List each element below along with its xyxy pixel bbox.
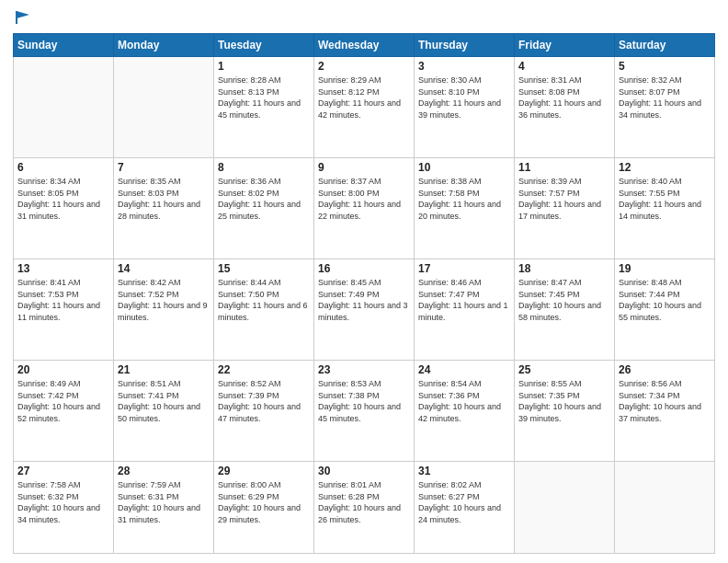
day-info: Sunrise: 8:45 AM Sunset: 7:49 PM Dayligh… — [318, 277, 410, 323]
table-row: 4Sunrise: 8:31 AM Sunset: 8:08 PM Daylig… — [515, 57, 615, 158]
day-info: Sunrise: 8:53 AM Sunset: 7:38 PM Dayligh… — [318, 378, 410, 424]
day-info: Sunrise: 8:32 AM Sunset: 8:07 PM Dayligh… — [619, 75, 711, 121]
day-info: Sunrise: 8:28 AM Sunset: 8:13 PM Dayligh… — [218, 75, 310, 121]
day-number: 12 — [619, 161, 711, 174]
day-info: Sunrise: 8:44 AM Sunset: 7:50 PM Dayligh… — [218, 277, 310, 323]
day-info: Sunrise: 8:34 AM Sunset: 8:05 PM Dayligh… — [17, 176, 109, 222]
col-thursday: Thursday — [415, 34, 515, 57]
calendar-week-row: 1Sunrise: 8:28 AM Sunset: 8:13 PM Daylig… — [14, 57, 715, 158]
day-info: Sunrise: 8:46 AM Sunset: 7:47 PM Dayligh… — [418, 277, 510, 323]
table-row: 17Sunrise: 8:46 AM Sunset: 7:47 PM Dayli… — [415, 259, 515, 361]
table-row: 7Sunrise: 8:35 AM Sunset: 8:03 PM Daylig… — [114, 158, 214, 259]
page: Sunday Monday Tuesday Wednesday Thursday… — [0, 0, 728, 563]
col-friday: Friday — [515, 34, 615, 57]
table-row — [615, 462, 715, 554]
day-info: Sunrise: 8:39 AM Sunset: 7:57 PM Dayligh… — [518, 176, 610, 222]
calendar-week-row: 13Sunrise: 8:41 AM Sunset: 7:53 PM Dayli… — [14, 259, 715, 361]
table-row: 29Sunrise: 8:00 AM Sunset: 6:29 PM Dayli… — [214, 462, 314, 554]
table-row: 30Sunrise: 8:01 AM Sunset: 6:28 PM Dayli… — [314, 462, 415, 554]
day-info: Sunrise: 8:49 AM Sunset: 7:42 PM Dayligh… — [17, 378, 109, 424]
day-info: Sunrise: 8:02 AM Sunset: 6:27 PM Dayligh… — [418, 479, 510, 525]
day-number: 19 — [619, 262, 711, 275]
day-info: Sunrise: 7:58 AM Sunset: 6:32 PM Dayligh… — [17, 479, 109, 525]
day-number: 25 — [518, 363, 610, 376]
table-row — [515, 462, 615, 554]
day-info: Sunrise: 8:51 AM Sunset: 7:41 PM Dayligh… — [118, 378, 210, 424]
day-number: 16 — [318, 262, 410, 275]
table-row: 19Sunrise: 8:48 AM Sunset: 7:44 PM Dayli… — [615, 259, 715, 361]
day-number: 1 — [218, 60, 310, 73]
day-info: Sunrise: 8:00 AM Sunset: 6:29 PM Dayligh… — [218, 479, 310, 525]
day-number: 11 — [518, 161, 610, 174]
day-number: 13 — [17, 262, 109, 275]
table-row: 1Sunrise: 8:28 AM Sunset: 8:13 PM Daylig… — [214, 57, 314, 158]
table-row: 14Sunrise: 8:42 AM Sunset: 7:52 PM Dayli… — [114, 259, 214, 361]
day-number: 23 — [318, 363, 410, 376]
table-row: 15Sunrise: 8:44 AM Sunset: 7:50 PM Dayli… — [214, 259, 314, 361]
table-row: 26Sunrise: 8:56 AM Sunset: 7:34 PM Dayli… — [615, 361, 715, 462]
table-row: 24Sunrise: 8:54 AM Sunset: 7:36 PM Dayli… — [415, 361, 515, 462]
day-info: Sunrise: 8:30 AM Sunset: 8:10 PM Dayligh… — [418, 75, 510, 121]
day-info: Sunrise: 8:41 AM Sunset: 7:53 PM Dayligh… — [17, 277, 109, 323]
day-number: 2 — [318, 60, 410, 73]
day-info: Sunrise: 8:55 AM Sunset: 7:35 PM Dayligh… — [518, 378, 610, 424]
svg-rect-1 — [16, 11, 17, 24]
day-info: Sunrise: 8:54 AM Sunset: 7:36 PM Dayligh… — [418, 378, 510, 424]
col-saturday: Saturday — [615, 34, 715, 57]
day-number: 15 — [218, 262, 310, 275]
table-row: 31Sunrise: 8:02 AM Sunset: 6:27 PM Dayli… — [415, 462, 515, 554]
table-row: 25Sunrise: 8:55 AM Sunset: 7:35 PM Dayli… — [515, 361, 615, 462]
day-number: 28 — [118, 465, 210, 477]
day-number: 31 — [418, 465, 510, 477]
day-number: 20 — [17, 363, 109, 376]
day-info: Sunrise: 8:29 AM Sunset: 8:12 PM Dayligh… — [318, 75, 410, 121]
col-sunday: Sunday — [14, 34, 114, 57]
table-row: 5Sunrise: 8:32 AM Sunset: 8:07 PM Daylig… — [615, 57, 715, 158]
logo — [13, 9, 31, 26]
table-row: 8Sunrise: 8:36 AM Sunset: 8:02 PM Daylig… — [214, 158, 314, 259]
table-row: 9Sunrise: 8:37 AM Sunset: 8:00 PM Daylig… — [314, 158, 415, 259]
table-row: 23Sunrise: 8:53 AM Sunset: 7:38 PM Dayli… — [314, 361, 415, 462]
day-info: Sunrise: 8:40 AM Sunset: 7:55 PM Dayligh… — [619, 176, 711, 222]
calendar-week-row: 20Sunrise: 8:49 AM Sunset: 7:42 PM Dayli… — [14, 361, 715, 462]
calendar-week-row: 6Sunrise: 8:34 AM Sunset: 8:05 PM Daylig… — [14, 158, 715, 259]
table-row: 20Sunrise: 8:49 AM Sunset: 7:42 PM Dayli… — [14, 361, 114, 462]
table-row: 10Sunrise: 8:38 AM Sunset: 7:58 PM Dayli… — [415, 158, 515, 259]
day-info: Sunrise: 8:36 AM Sunset: 8:02 PM Dayligh… — [218, 176, 310, 222]
calendar-header-row: Sunday Monday Tuesday Wednesday Thursday… — [14, 34, 715, 57]
day-info: Sunrise: 8:37 AM Sunset: 8:00 PM Dayligh… — [318, 176, 410, 222]
day-number: 14 — [118, 262, 210, 275]
day-number: 10 — [418, 161, 510, 174]
col-tuesday: Tuesday — [214, 34, 314, 57]
table-row: 27Sunrise: 7:58 AM Sunset: 6:32 PM Dayli… — [14, 462, 114, 554]
day-info: Sunrise: 8:52 AM Sunset: 7:39 PM Dayligh… — [218, 378, 310, 424]
table-row: 6Sunrise: 8:34 AM Sunset: 8:05 PM Daylig… — [14, 158, 114, 259]
calendar-week-row: 27Sunrise: 7:58 AM Sunset: 6:32 PM Dayli… — [14, 462, 715, 554]
day-info: Sunrise: 8:35 AM Sunset: 8:03 PM Dayligh… — [118, 176, 210, 222]
day-number: 4 — [518, 60, 610, 73]
table-row: 3Sunrise: 8:30 AM Sunset: 8:10 PM Daylig… — [415, 57, 515, 158]
table-row: 11Sunrise: 8:39 AM Sunset: 7:57 PM Dayli… — [515, 158, 615, 259]
table-row: 13Sunrise: 8:41 AM Sunset: 7:53 PM Dayli… — [14, 259, 114, 361]
day-info: Sunrise: 8:47 AM Sunset: 7:45 PM Dayligh… — [518, 277, 610, 323]
day-info: Sunrise: 8:56 AM Sunset: 7:34 PM Dayligh… — [619, 378, 711, 424]
table-row — [114, 57, 214, 158]
day-number: 5 — [619, 60, 711, 73]
table-row — [14, 57, 114, 158]
day-info: Sunrise: 8:48 AM Sunset: 7:44 PM Dayligh… — [619, 277, 711, 323]
day-number: 30 — [318, 465, 410, 477]
day-info: Sunrise: 8:01 AM Sunset: 6:28 PM Dayligh… — [318, 479, 410, 525]
day-info: Sunrise: 8:31 AM Sunset: 8:08 PM Dayligh… — [518, 75, 610, 121]
table-row: 18Sunrise: 8:47 AM Sunset: 7:45 PM Dayli… — [515, 259, 615, 361]
day-number: 22 — [218, 363, 310, 376]
day-number: 24 — [418, 363, 510, 376]
svg-marker-0 — [17, 11, 29, 18]
day-number: 17 — [418, 262, 510, 275]
day-info: Sunrise: 8:38 AM Sunset: 7:58 PM Dayligh… — [418, 176, 510, 222]
day-number: 6 — [17, 161, 109, 174]
day-number: 18 — [518, 262, 610, 275]
day-number: 8 — [218, 161, 310, 174]
day-number: 9 — [318, 161, 410, 174]
table-row: 21Sunrise: 8:51 AM Sunset: 7:41 PM Dayli… — [114, 361, 214, 462]
logo-flag-icon — [15, 9, 31, 26]
